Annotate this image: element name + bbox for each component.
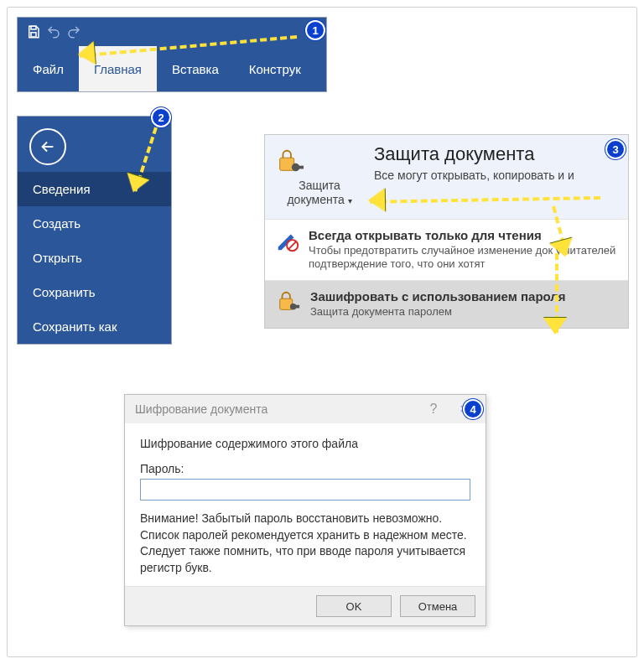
step-badge-2: 2 bbox=[151, 107, 171, 127]
svg-line-6 bbox=[288, 241, 296, 249]
dialog-warning: Внимание! Забытый пароль восстановить не… bbox=[140, 511, 470, 576]
ok-button[interactable]: OK bbox=[316, 595, 392, 617]
quick-access-toolbar bbox=[18, 18, 326, 46]
pen-forbidden-icon bbox=[275, 228, 300, 272]
backstage-item-new[interactable]: Создать bbox=[18, 206, 171, 241]
tab-insert[interactable]: Вставка bbox=[157, 46, 234, 91]
save-icon[interactable] bbox=[26, 24, 41, 39]
lock-key-icon bbox=[275, 289, 302, 319]
password-label: Пароль: bbox=[140, 462, 470, 475]
tutorial-arrow bbox=[555, 253, 558, 333]
tab-design[interactable]: Конструк bbox=[234, 46, 316, 91]
option-encrypt[interactable]: Зашифровать с использованием пароля Защи… bbox=[265, 280, 628, 328]
undo-icon[interactable] bbox=[46, 24, 61, 39]
chevron-down-icon: ▾ bbox=[348, 196, 352, 205]
protect-subheading: Все могут открывать, копировать и и bbox=[374, 169, 574, 182]
tab-file[interactable]: Файл bbox=[18, 46, 79, 91]
option-encrypt-title: Зашифровать с использованием пароля bbox=[310, 289, 566, 303]
dialog-titlebar: Шифрование документа ? × bbox=[125, 395, 486, 423]
ribbon-tabs: Файл Главная Вставка Конструк bbox=[18, 46, 326, 91]
svg-rect-4 bbox=[297, 166, 304, 169]
back-button[interactable] bbox=[29, 128, 66, 165]
protect-document-panel: Защита документа ▾ Защита документа Все … bbox=[264, 134, 629, 329]
protect-document-button[interactable]: Защита документа ▾ bbox=[273, 143, 366, 207]
protect-heading: Защита документа bbox=[374, 143, 574, 165]
backstage-item-save[interactable]: Сохранить bbox=[18, 275, 171, 309]
svg-rect-9 bbox=[295, 305, 300, 309]
step-badge-3: 3 bbox=[605, 139, 626, 159]
cancel-button[interactable]: Отмена bbox=[400, 595, 475, 617]
option-encrypt-sub: Защита документа паролем bbox=[310, 305, 566, 319]
backstage-item-info[interactable]: Сведения bbox=[18, 172, 171, 206]
dialog-heading: Шифрование содержимого этого файла bbox=[140, 437, 470, 450]
redo-icon[interactable] bbox=[66, 24, 81, 39]
step-badge-4: 4 bbox=[463, 399, 483, 419]
word-ribbon: Файл Главная Вставка Конструк bbox=[17, 17, 327, 92]
lock-key-icon bbox=[273, 147, 366, 175]
help-icon[interactable]: ? bbox=[418, 402, 449, 417]
dialog-title: Шифрование документа bbox=[135, 402, 418, 416]
backstage-item-open[interactable]: Открыть bbox=[18, 241, 171, 275]
svg-rect-0 bbox=[31, 26, 36, 29]
protect-button-label: Защита документа bbox=[287, 179, 344, 206]
svg-rect-1 bbox=[31, 33, 36, 37]
step-badge-1: 1 bbox=[305, 20, 325, 40]
encrypt-dialog: Шифрование документа ? × Шифрование соде… bbox=[124, 394, 486, 626]
password-input[interactable] bbox=[140, 479, 470, 501]
backstage-item-saveas[interactable]: Сохранить как bbox=[18, 309, 171, 344]
